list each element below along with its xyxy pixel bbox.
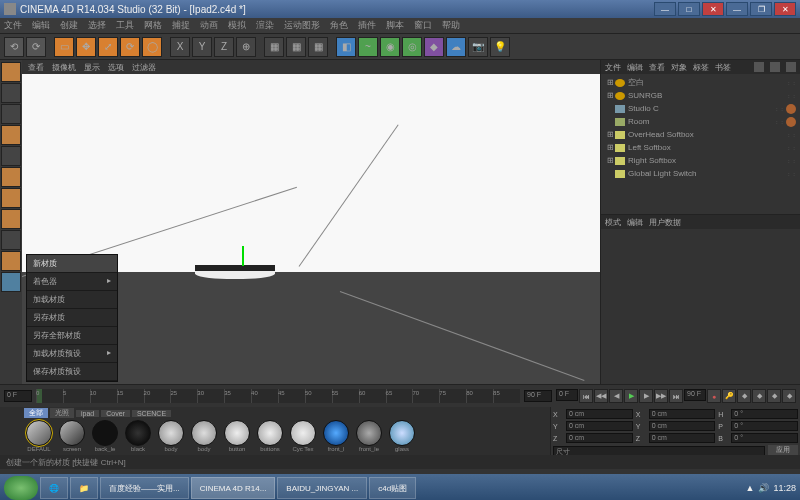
menu-帮助[interactable]: 帮助 bbox=[442, 19, 460, 32]
menu-捕捉[interactable]: 捕捉 bbox=[172, 19, 190, 32]
material-swatch[interactable]: DEFAUL bbox=[23, 420, 55, 454]
system-tray[interactable]: ▲ 🔊 11:28 bbox=[746, 483, 796, 493]
viewport-tab[interactable]: 查看 bbox=[28, 62, 44, 73]
tray-icon[interactable]: ▲ bbox=[746, 483, 755, 493]
material-swatch[interactable]: black bbox=[122, 420, 154, 454]
taskbar-pinned-icon[interactable]: 🌐 bbox=[40, 477, 68, 499]
axis-z-button[interactable]: Z bbox=[214, 37, 234, 57]
move-tool[interactable]: ✥ bbox=[76, 37, 96, 57]
nurbs-button[interactable]: ◉ bbox=[380, 37, 400, 57]
search-icon[interactable] bbox=[754, 62, 764, 72]
material-swatch[interactable]: buttons bbox=[254, 420, 286, 454]
texture-mode-button[interactable] bbox=[1, 125, 21, 145]
axis-mode-button[interactable] bbox=[1, 230, 21, 250]
range-start-field[interactable]: 0 F bbox=[556, 389, 578, 401]
menu-角色[interactable]: 角色 bbox=[330, 19, 348, 32]
material-tab[interactable]: SCENCE bbox=[132, 410, 171, 417]
menu-动画[interactable]: 动画 bbox=[200, 19, 218, 32]
scale-tool[interactable]: ⤢ bbox=[98, 37, 118, 57]
next-key-button[interactable]: ▶▶ bbox=[654, 389, 668, 403]
material-swatch[interactable]: body bbox=[188, 420, 220, 454]
visibility-dots[interactable]: : : bbox=[788, 158, 796, 164]
taskbar-pinned-icon[interactable]: 📁 bbox=[70, 477, 98, 499]
taskbar-item[interactable]: CINEMA 4D R14... bbox=[191, 477, 276, 499]
material-tab[interactable]: 光照 bbox=[50, 408, 74, 418]
deformer-button[interactable]: ◆ bbox=[424, 37, 444, 57]
goto-end-button[interactable]: ⏭ bbox=[669, 389, 683, 403]
menu-创建[interactable]: 创建 bbox=[60, 19, 78, 32]
menu-模拟[interactable]: 模拟 bbox=[228, 19, 246, 32]
select-tool[interactable]: ▭ bbox=[54, 37, 74, 57]
taskbar-item[interactable]: BAIDU_JINGYAN ... bbox=[277, 477, 367, 499]
tag-icon[interactable] bbox=[786, 104, 796, 114]
lasso-tool[interactable]: ◯ bbox=[142, 37, 162, 57]
material-tab[interactable]: 全部 bbox=[24, 408, 48, 418]
expand-icon[interactable]: ⊞ bbox=[605, 130, 615, 139]
workplane-button[interactable] bbox=[1, 146, 21, 166]
menu-文件[interactable]: 文件 bbox=[4, 19, 22, 32]
next-frame-button[interactable]: ▶ bbox=[639, 389, 653, 403]
objmgr-tab[interactable]: 标签 bbox=[693, 62, 709, 73]
context-menu-item[interactable]: 另存全部材质 bbox=[27, 327, 117, 345]
object-tree[interactable]: ⊞空白: :⊞SUNRGB: :Studio C: :Room: :⊞OverH… bbox=[601, 74, 800, 214]
viewport-tab[interactable]: 显示 bbox=[84, 62, 100, 73]
goto-start-button[interactable]: ⏮ bbox=[579, 389, 593, 403]
menu-编辑[interactable]: 编辑 bbox=[32, 19, 50, 32]
spline-button[interactable]: ~ bbox=[358, 37, 378, 57]
visibility-dots[interactable]: : : bbox=[776, 119, 784, 125]
menu-窗口[interactable]: 窗口 bbox=[414, 19, 432, 32]
clock[interactable]: 11:28 bbox=[773, 483, 796, 493]
environment-button[interactable]: ☁ bbox=[446, 37, 466, 57]
tray-icon[interactable]: 🔊 bbox=[758, 483, 769, 493]
minimize-button[interactable]: — bbox=[654, 2, 676, 16]
prev-key-button[interactable]: ◀◀ bbox=[594, 389, 608, 403]
expand-icon[interactable]: ⊞ bbox=[605, 143, 615, 152]
key-rot-button[interactable]: ◆ bbox=[767, 389, 781, 403]
object-mode-button[interactable] bbox=[1, 104, 21, 124]
camera-button[interactable]: 📷 bbox=[468, 37, 488, 57]
material-swatch[interactable]: Cyc Tex bbox=[287, 420, 319, 454]
start-button[interactable] bbox=[4, 476, 38, 500]
context-menu-item[interactable]: 着色器▸ bbox=[27, 273, 117, 291]
menu-选择[interactable]: 选择 bbox=[88, 19, 106, 32]
maximize-button[interactable]: □ bbox=[678, 2, 700, 16]
rot-h-field[interactable]: 0 ° bbox=[731, 409, 798, 419]
rot-b-field[interactable]: 0 ° bbox=[731, 433, 798, 443]
record-button[interactable]: ● bbox=[707, 389, 721, 403]
menu-脚本[interactable]: 脚本 bbox=[386, 19, 404, 32]
expand-icon[interactable]: ⊞ bbox=[605, 156, 615, 165]
viewport[interactable]: 新材质着色器▸加载材质另存材质另存全部材质加载材质预设▸保存材质预设 bbox=[22, 74, 600, 384]
coord-system-button[interactable]: ⊕ bbox=[236, 37, 256, 57]
make-editable-button[interactable] bbox=[1, 62, 21, 82]
play-button[interactable]: ▶ bbox=[624, 389, 638, 403]
cube-primitive-button[interactable]: ◧ bbox=[336, 37, 356, 57]
tag-icon[interactable] bbox=[786, 117, 796, 127]
tree-item[interactable]: Room: : bbox=[605, 115, 796, 128]
pos-z-field[interactable]: 0 cm bbox=[566, 433, 633, 443]
undo-button[interactable]: ⟲ bbox=[4, 37, 24, 57]
polygon-mode-button[interactable] bbox=[1, 209, 21, 229]
key-scale-button[interactable]: ◆ bbox=[752, 389, 766, 403]
attr-tab[interactable]: 编辑 bbox=[627, 217, 643, 228]
context-menu-item[interactable]: 加载材质 bbox=[27, 291, 117, 309]
viewport-tab[interactable]: 选项 bbox=[108, 62, 124, 73]
material-swatch[interactable]: back_le bbox=[89, 420, 121, 454]
close-button[interactable]: ✕ bbox=[702, 2, 724, 16]
material-swatch[interactable]: button bbox=[221, 420, 253, 454]
visibility-dots[interactable]: : : bbox=[788, 171, 796, 177]
objmgr-tab[interactable]: 编辑 bbox=[627, 62, 643, 73]
material-tab[interactable]: ipad bbox=[76, 410, 99, 417]
context-menu-item[interactable]: 保存材质预设 bbox=[27, 363, 117, 381]
material-tab[interactable]: Cover bbox=[101, 410, 130, 417]
tree-item[interactable]: ⊞Right Softbox: : bbox=[605, 154, 796, 167]
material-swatch[interactable]: screen bbox=[56, 420, 88, 454]
material-swatch[interactable]: front_l bbox=[320, 420, 352, 454]
visibility-dots[interactable]: : : bbox=[776, 106, 784, 112]
range-end-field[interactable]: 90 F bbox=[684, 389, 706, 401]
visibility-dots[interactable]: : : bbox=[788, 80, 796, 86]
render-region-button[interactable]: ▦ bbox=[286, 37, 306, 57]
context-menu-item[interactable]: 新材质 bbox=[27, 255, 117, 273]
tree-item[interactable]: ⊞空白: : bbox=[605, 76, 796, 89]
menu-插件[interactable]: 插件 bbox=[358, 19, 376, 32]
timeline-end-field[interactable]: 90 F bbox=[524, 390, 552, 402]
